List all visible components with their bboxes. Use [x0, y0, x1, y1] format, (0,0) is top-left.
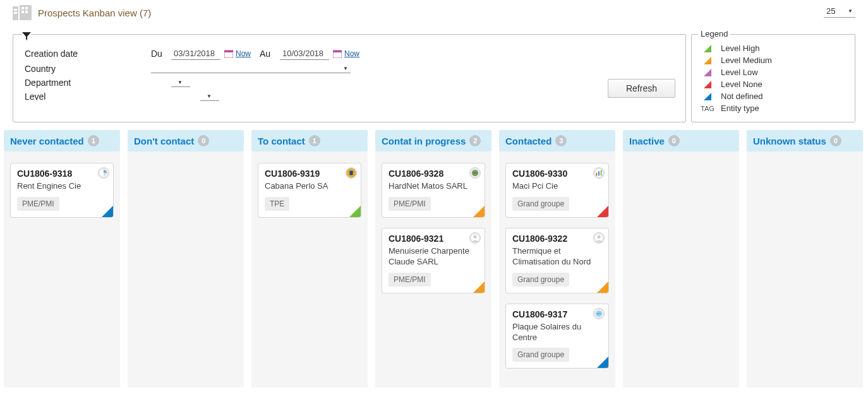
filter-icon	[22, 32, 31, 43]
card-tag: Grand groupe	[512, 348, 569, 362]
column-header[interactable]: Unknown status0	[747, 130, 863, 151]
kanban-column: Inactive0	[623, 130, 739, 387]
card-tag: PME/PMI	[17, 197, 59, 211]
to-label: Au	[260, 49, 280, 59]
kanban-column: Never contacted1CU1806-9318Rent Engines …	[4, 130, 120, 387]
column-title: Never contacted	[10, 136, 84, 146]
kanban-column: Don't contact0	[128, 130, 244, 387]
column-title: To contact	[258, 136, 305, 146]
card-tag: PME/PMI	[389, 197, 431, 211]
column-header[interactable]: Never contacted1	[4, 130, 120, 151]
column-header[interactable]: Inactive0	[623, 130, 739, 151]
kanban-card[interactable]: CU1806-9330Maci Pci CieGrand groupe	[505, 163, 609, 218]
page-title: Prospects Kanban view (7)	[38, 8, 151, 18]
card-code: CU1806-9319	[265, 169, 354, 179]
creation-date-label: Creation date	[25, 49, 151, 59]
from-date-input[interactable]	[171, 47, 220, 60]
legend-triangle-icon	[699, 93, 716, 100]
level-select[interactable]	[200, 92, 219, 101]
card-code: CU1806-9317	[512, 309, 602, 319]
column-count-badge: 0	[198, 135, 209, 146]
column-count-badge: 3	[555, 135, 567, 146]
column-body: CU1806-9319Cabana Perlo SATPE	[251, 151, 368, 387]
to-now-link[interactable]: Now	[344, 49, 359, 58]
card-name: Cabana Perlo SA	[265, 181, 354, 192]
legend-item-label: Level Medium	[721, 56, 772, 65]
from-label: Du	[151, 49, 171, 59]
kanban-card[interactable]: CU1806-9318Rent Engines CiePME/PMI	[10, 163, 114, 218]
kanban-column: Contacted3CU1806-9330Maci Pci CieGrand g…	[499, 130, 615, 387]
column-count-badge: 1	[88, 135, 99, 146]
to-date-input[interactable]	[280, 47, 329, 60]
country-label: Country	[25, 64, 151, 74]
card-code: CU1806-9328	[389, 169, 478, 179]
kanban-column: Contat in progress2CU1806-9328HardNet Ma…	[375, 130, 491, 387]
card-name: Rent Engines Cie	[17, 181, 107, 192]
svg-rect-22	[598, 171, 600, 175]
column-title: Contacted	[505, 136, 552, 146]
column-body: CU1806-9318Rent Engines CiePME/PMI	[4, 151, 120, 387]
column-count-badge: 0	[668, 135, 680, 146]
column-header[interactable]: Contacted3	[499, 130, 615, 151]
column-body	[128, 151, 244, 387]
column-title: Don't contact	[134, 136, 194, 146]
card-level-triangle-icon	[473, 281, 485, 293]
department-select[interactable]	[171, 78, 190, 87]
svg-rect-10	[224, 50, 233, 52]
legend-triangle-icon	[699, 57, 716, 64]
svg-rect-4	[21, 11, 24, 13]
legend-item-label: Level High	[721, 44, 759, 53]
card-level-triangle-icon	[597, 281, 608, 293]
card-tag: Grand groupe	[512, 273, 569, 287]
column-header[interactable]: Contat in progress2	[375, 130, 491, 151]
legend-item-label: Level Low	[721, 68, 758, 77]
svg-rect-21	[596, 173, 598, 175]
card-avatar-icon	[346, 167, 357, 179]
filter-panel: Creation date Du Now Au Now Country Depa…	[13, 34, 686, 122]
refresh-button[interactable]: Refresh	[608, 79, 675, 98]
svg-rect-7	[14, 12, 17, 14]
card-name: HardNet Matos SARL	[389, 181, 478, 192]
card-level-triangle-icon	[102, 206, 113, 217]
svg-rect-15	[349, 170, 353, 175]
country-select[interactable]	[151, 64, 351, 73]
card-name: Menuiserie Charpente Claude SARL	[389, 246, 478, 268]
from-now-link[interactable]: Now	[236, 49, 251, 58]
page-size-select[interactable]: 25	[824, 5, 855, 18]
column-title: Inactive	[629, 136, 665, 146]
card-name: Thermique et Climatisation du Nord	[512, 246, 602, 268]
legend-item-label: Not defined	[721, 92, 763, 101]
legend-tag-prefix: TAG	[699, 105, 716, 112]
kanban-card[interactable]: CU1806-9328HardNet Matos SARLPME/PMI	[382, 163, 485, 218]
calendar-icon[interactable]	[224, 49, 233, 58]
kanban-card[interactable]: CU1806-9319Cabana Perlo SATPE	[258, 163, 361, 218]
card-avatar-icon	[98, 167, 109, 179]
svg-rect-23	[601, 170, 602, 176]
column-header[interactable]: Don't contact0	[128, 130, 244, 151]
column-title: Unknown status	[753, 136, 826, 146]
kanban-card[interactable]: CU1806-9322Thermique et Climatisation du…	[505, 228, 609, 293]
legend-triangle-icon	[699, 81, 716, 88]
svg-rect-3	[25, 7, 28, 9]
buildings-icon	[13, 5, 32, 20]
card-level-triangle-icon	[597, 357, 608, 368]
card-tag: TPE	[265, 197, 289, 211]
legend-triangle-icon	[699, 69, 716, 76]
level-label: Level	[25, 92, 151, 102]
card-name: Plaque Solaires du Centre	[512, 322, 602, 343]
card-level-triangle-icon	[597, 206, 608, 217]
card-avatar-icon	[593, 232, 605, 244]
kanban-card[interactable]: CU1806-9317Plaque Solaires du CentreGran…	[505, 304, 609, 369]
column-body: CU1806-9330Maci Pci CieGrand groupeCU180…	[499, 151, 615, 387]
column-body	[623, 151, 739, 387]
legend-title: Legend	[698, 29, 730, 38]
column-header[interactable]: To contact1	[251, 130, 368, 151]
calendar-icon[interactable]	[333, 49, 342, 58]
kanban-column: To contact1CU1806-9319Cabana Perlo SATPE	[251, 130, 368, 387]
column-title: Contat in progress	[382, 136, 466, 146]
svg-marker-8	[22, 32, 31, 40]
kanban-card[interactable]: CU1806-9321Menuiserie Charpente Claude S…	[382, 228, 485, 293]
card-name: Maci Pci Cie	[512, 181, 602, 192]
svg-rect-2	[21, 7, 24, 9]
card-tag: Grand groupe	[512, 197, 569, 211]
